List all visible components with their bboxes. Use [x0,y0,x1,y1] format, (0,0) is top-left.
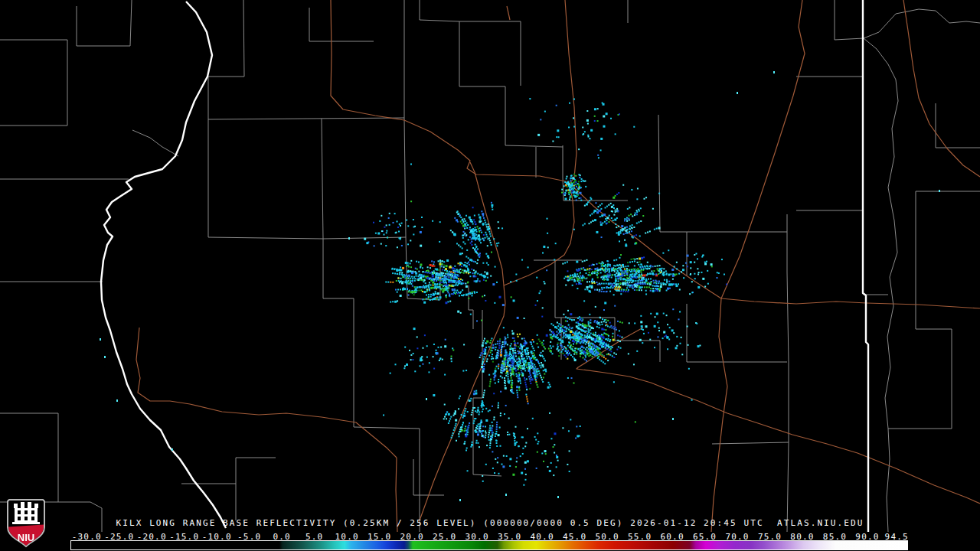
colorbar [70,540,908,550]
logo-text: NIU [18,532,34,543]
colorbar-tick-labels: -30.0-25.0-20.0-15.0-10.0-5.00.05.010.01… [0,532,980,540]
niu-logo: NIU [5,498,47,549]
reflectivity-echoes-layer [0,0,980,514]
product-caption: KILX LONG RANGE BASE REFLECTIVITY (0.25K… [0,518,980,528]
radar-display-screen: KILX LONG RANGE BASE REFLECTIVITY (0.25K… [0,0,980,551]
